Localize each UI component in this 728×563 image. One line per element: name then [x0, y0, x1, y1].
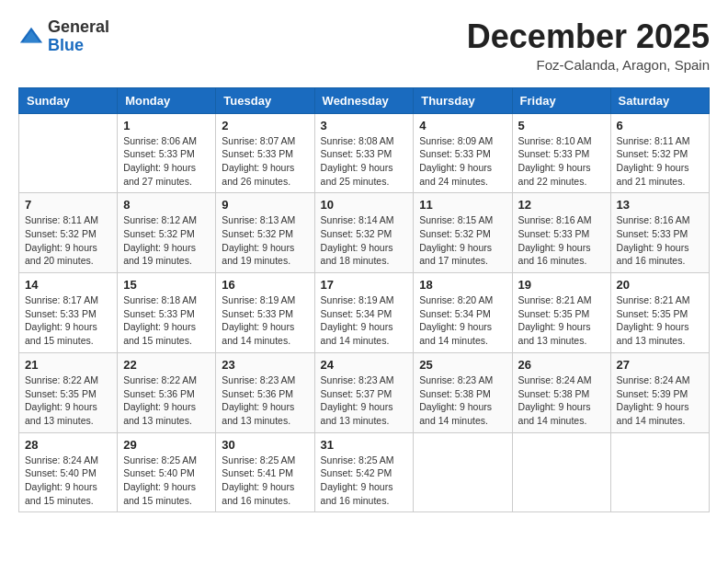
day-number: 23 — [222, 358, 308, 372]
calendar-cell: 28Sunrise: 8:24 AM Sunset: 5:40 PM Dayli… — [19, 432, 118, 512]
calendar-cell: 24Sunrise: 8:23 AM Sunset: 5:37 PM Dayli… — [314, 352, 414, 432]
day-info: Sunrise: 8:07 AM Sunset: 5:33 PM Dayligh… — [222, 134, 308, 189]
calendar-cell: 13Sunrise: 8:16 AM Sunset: 5:33 PM Dayli… — [610, 193, 709, 273]
calendar-week-row: 28Sunrise: 8:24 AM Sunset: 5:40 PM Dayli… — [19, 432, 710, 512]
calendar-cell: 7Sunrise: 8:11 AM Sunset: 5:32 PM Daylig… — [19, 193, 118, 273]
calendar-cell: 6Sunrise: 8:11 AM Sunset: 5:32 PM Daylig… — [610, 113, 709, 193]
day-info: Sunrise: 8:23 AM Sunset: 5:38 PM Dayligh… — [419, 373, 506, 428]
calendar-cell: 16Sunrise: 8:19 AM Sunset: 5:33 PM Dayli… — [216, 273, 314, 353]
day-info: Sunrise: 8:21 AM Sunset: 5:35 PM Dayligh… — [617, 293, 703, 348]
day-number: 11 — [419, 198, 506, 212]
calendar-cell: 9Sunrise: 8:13 AM Sunset: 5:32 PM Daylig… — [216, 193, 314, 273]
calendar-cell: 22Sunrise: 8:22 AM Sunset: 5:36 PM Dayli… — [118, 352, 216, 432]
day-info: Sunrise: 8:11 AM Sunset: 5:32 PM Dayligh… — [25, 213, 111, 268]
calendar-cell: 10Sunrise: 8:14 AM Sunset: 5:32 PM Dayli… — [314, 193, 414, 273]
page-header: General Blue December 2025 Foz-Calanda, … — [18, 18, 710, 73]
day-info: Sunrise: 8:18 AM Sunset: 5:33 PM Dayligh… — [123, 293, 210, 348]
day-info: Sunrise: 8:24 AM Sunset: 5:38 PM Dayligh… — [518, 373, 605, 428]
calendar-cell: 31Sunrise: 8:25 AM Sunset: 5:42 PM Dayli… — [314, 432, 414, 512]
calendar-cell: 30Sunrise: 8:25 AM Sunset: 5:41 PM Dayli… — [216, 432, 314, 512]
day-number: 29 — [123, 438, 210, 452]
calendar-cell — [19, 113, 118, 193]
day-number: 17 — [321, 278, 408, 292]
calendar-header-row: SundayMondayTuesdayWednesdayThursdayFrid… — [19, 87, 710, 113]
weekday-header: Monday — [118, 87, 216, 113]
day-number: 22 — [123, 358, 210, 372]
calendar-cell: 17Sunrise: 8:19 AM Sunset: 5:34 PM Dayli… — [314, 273, 414, 353]
calendar-cell: 15Sunrise: 8:18 AM Sunset: 5:33 PM Dayli… — [118, 273, 216, 353]
calendar-cell: 3Sunrise: 8:08 AM Sunset: 5:33 PM Daylig… — [314, 113, 414, 193]
calendar-table: SundayMondayTuesdayWednesdayThursdayFrid… — [18, 87, 710, 513]
day-info: Sunrise: 8:11 AM Sunset: 5:32 PM Dayligh… — [617, 134, 703, 189]
calendar-cell — [512, 432, 610, 512]
day-info: Sunrise: 8:16 AM Sunset: 5:33 PM Dayligh… — [518, 213, 605, 268]
day-number: 27 — [617, 358, 703, 372]
day-info: Sunrise: 8:10 AM Sunset: 5:33 PM Dayligh… — [518, 134, 605, 189]
day-number: 14 — [25, 278, 111, 292]
day-number: 8 — [123, 198, 210, 212]
day-info: Sunrise: 8:23 AM Sunset: 5:36 PM Dayligh… — [222, 373, 308, 428]
day-number: 21 — [25, 358, 111, 372]
day-info: Sunrise: 8:22 AM Sunset: 5:35 PM Dayligh… — [25, 373, 111, 428]
day-number: 1 — [123, 119, 210, 132]
calendar-cell: 14Sunrise: 8:17 AM Sunset: 5:33 PM Dayli… — [19, 273, 118, 353]
day-number: 15 — [123, 278, 210, 292]
calendar-cell: 25Sunrise: 8:23 AM Sunset: 5:38 PM Dayli… — [414, 352, 512, 432]
day-number: 24 — [321, 358, 408, 372]
calendar-cell: 18Sunrise: 8:20 AM Sunset: 5:34 PM Dayli… — [414, 273, 512, 353]
calendar-cell: 12Sunrise: 8:16 AM Sunset: 5:33 PM Dayli… — [512, 193, 610, 273]
weekday-header: Friday — [512, 87, 610, 113]
day-number: 6 — [617, 119, 703, 132]
day-info: Sunrise: 8:15 AM Sunset: 5:32 PM Dayligh… — [419, 213, 506, 268]
day-number: 25 — [419, 358, 506, 372]
calendar-cell: 29Sunrise: 8:25 AM Sunset: 5:40 PM Dayli… — [118, 432, 216, 512]
calendar-week-row: 21Sunrise: 8:22 AM Sunset: 5:35 PM Dayli… — [19, 352, 710, 432]
day-number: 4 — [419, 119, 506, 132]
day-number: 20 — [617, 278, 703, 292]
day-number: 16 — [222, 278, 308, 292]
day-number: 9 — [222, 198, 308, 212]
calendar-cell: 11Sunrise: 8:15 AM Sunset: 5:32 PM Dayli… — [414, 193, 512, 273]
weekday-header: Wednesday — [314, 87, 414, 113]
day-number: 19 — [518, 278, 605, 292]
calendar-week-row: 7Sunrise: 8:11 AM Sunset: 5:32 PM Daylig… — [19, 193, 710, 273]
day-info: Sunrise: 8:25 AM Sunset: 5:42 PM Dayligh… — [321, 454, 408, 508]
weekday-header: Saturday — [610, 87, 709, 113]
weekday-header: Tuesday — [216, 87, 314, 113]
calendar-cell: 2Sunrise: 8:07 AM Sunset: 5:33 PM Daylig… — [216, 113, 314, 193]
calendar-cell: 4Sunrise: 8:09 AM Sunset: 5:33 PM Daylig… — [414, 113, 512, 193]
calendar-cell: 21Sunrise: 8:22 AM Sunset: 5:35 PM Dayli… — [19, 352, 118, 432]
day-info: Sunrise: 8:19 AM Sunset: 5:33 PM Dayligh… — [222, 293, 308, 348]
day-info: Sunrise: 8:23 AM Sunset: 5:37 PM Dayligh… — [321, 373, 408, 428]
day-info: Sunrise: 8:13 AM Sunset: 5:32 PM Dayligh… — [222, 213, 308, 268]
day-number: 31 — [321, 438, 408, 452]
day-info: Sunrise: 8:24 AM Sunset: 5:39 PM Dayligh… — [617, 373, 703, 428]
day-number: 30 — [222, 438, 308, 452]
calendar-cell: 8Sunrise: 8:12 AM Sunset: 5:32 PM Daylig… — [118, 193, 216, 273]
title-block: December 2025 Foz-Calanda, Aragon, Spain — [467, 18, 710, 73]
day-info: Sunrise: 8:12 AM Sunset: 5:32 PM Dayligh… — [123, 213, 210, 268]
day-info: Sunrise: 8:14 AM Sunset: 5:32 PM Dayligh… — [321, 213, 408, 268]
logo: General Blue — [18, 18, 109, 55]
calendar-cell — [610, 432, 709, 512]
day-info: Sunrise: 8:25 AM Sunset: 5:41 PM Dayligh… — [222, 454, 308, 508]
calendar-cell: 23Sunrise: 8:23 AM Sunset: 5:36 PM Dayli… — [216, 352, 314, 432]
day-info: Sunrise: 8:08 AM Sunset: 5:33 PM Dayligh… — [321, 134, 408, 189]
day-info: Sunrise: 8:19 AM Sunset: 5:34 PM Dayligh… — [321, 293, 408, 348]
calendar-week-row: 1Sunrise: 8:06 AM Sunset: 5:33 PM Daylig… — [19, 113, 710, 193]
day-number: 26 — [518, 358, 605, 372]
day-number: 13 — [617, 198, 703, 212]
calendar-cell: 5Sunrise: 8:10 AM Sunset: 5:33 PM Daylig… — [512, 113, 610, 193]
logo-icon — [18, 24, 44, 50]
day-number: 7 — [25, 198, 111, 212]
day-number: 10 — [321, 198, 408, 212]
calendar-cell: 20Sunrise: 8:21 AM Sunset: 5:35 PM Dayli… — [610, 273, 709, 353]
calendar-cell: 26Sunrise: 8:24 AM Sunset: 5:38 PM Dayli… — [512, 352, 610, 432]
calendar-cell: 19Sunrise: 8:21 AM Sunset: 5:35 PM Dayli… — [512, 273, 610, 353]
location: Foz-Calanda, Aragon, Spain — [467, 57, 710, 73]
day-number: 2 — [222, 119, 308, 132]
weekday-header: Sunday — [19, 87, 118, 113]
day-info: Sunrise: 8:20 AM Sunset: 5:34 PM Dayligh… — [419, 293, 506, 348]
logo-text: General Blue — [48, 18, 109, 55]
day-number: 28 — [25, 438, 111, 452]
